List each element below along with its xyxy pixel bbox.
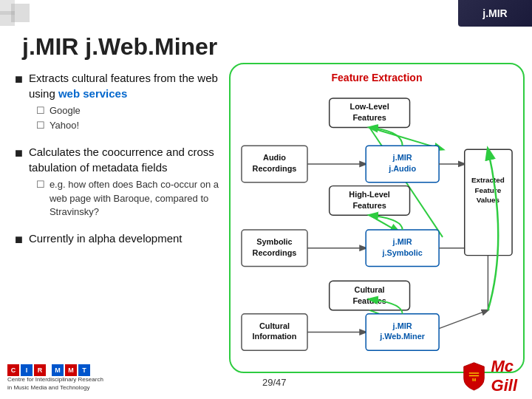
svg-text:Recordings: Recordings xyxy=(253,248,297,257)
left-content-area: ■ Extracts cultural features from the we… xyxy=(15,70,229,258)
highlight-web-services: web services xyxy=(58,87,127,100)
bullet-text-1: Extracts cultural features from the web … xyxy=(29,70,229,134)
cirmmt-letters: C I R M M T xyxy=(7,364,90,376)
mcgill-logo: M McGill xyxy=(461,357,517,395)
decorative-squares xyxy=(0,0,44,30)
sub-bullet-google: ☐ Google xyxy=(36,104,229,117)
cirmmt-text-line2: in Music Media and Technology xyxy=(7,384,89,392)
sub-bullet-eg: ☐ e.g. how often does Bach co-occur on a… xyxy=(36,178,229,219)
sub-bullet-text-eg: e.g. how often does Bach co-occur on a w… xyxy=(50,178,229,219)
bullet-item-1: ■ Extracts cultural features from the we… xyxy=(15,70,229,134)
mcgill-shield-icon: M xyxy=(461,361,487,391)
page-number: 29/47 xyxy=(262,377,287,388)
mcgill-text: McGill xyxy=(491,357,517,395)
svg-text:j.MIR: j.MIR xyxy=(392,153,412,162)
svg-text:Features: Features xyxy=(352,113,386,122)
cirmmt-text-line1: Centre for Interdisciplinary Research xyxy=(7,376,103,383)
sub-bullet-marker-2: ☐ xyxy=(36,119,45,132)
cirmmt-letter-i: I xyxy=(21,364,33,376)
svg-text:j.Web.Miner: j.Web.Miner xyxy=(379,332,426,341)
page-title: j.MIR j.Web.Miner xyxy=(22,33,217,61)
diagram-svg: Low-Level Features Audio Recordings j.MI… xyxy=(238,89,516,370)
footer: C I R M M T Centre for Interdisciplinary… xyxy=(7,364,103,392)
svg-text:Feature: Feature xyxy=(475,186,502,194)
svg-text:Cultural: Cultural xyxy=(355,285,385,294)
header-logo-bar: j.MIR xyxy=(458,0,532,27)
svg-text:Recordings: Recordings xyxy=(253,164,297,173)
cirmmt-letter-m1: M xyxy=(52,364,64,376)
sub-bullets-2: ☐ e.g. how often does Bach co-occur on a… xyxy=(36,178,229,219)
bullet-item-3: ■ Currently in alpha development xyxy=(15,231,229,248)
cirmmt-spacer xyxy=(47,364,50,376)
diagram-inner: Low-Level Features Audio Recordings j.MI… xyxy=(238,89,516,370)
svg-text:Information: Information xyxy=(253,332,297,341)
svg-text:Extracted: Extracted xyxy=(471,176,505,184)
bullet-dot-2: ■ xyxy=(15,146,23,161)
svg-text:M: M xyxy=(471,377,475,382)
bullet-dot-1: ■ xyxy=(15,72,23,87)
svg-line-31 xyxy=(439,310,488,329)
cirmmt-letter-t: T xyxy=(78,364,90,376)
cirmmt-letter-r: R xyxy=(34,364,46,376)
cirmmt-letter-m2: M xyxy=(65,364,77,376)
svg-text:Symbolic: Symbolic xyxy=(256,237,292,246)
svg-text:Low-Level: Low-Level xyxy=(350,102,389,111)
sub-bullet-yahoo: ☐ Yahoo! xyxy=(36,119,229,132)
svg-text:j.Symbolic: j.Symbolic xyxy=(381,248,422,257)
sub-bullet-marker-1: ☐ xyxy=(36,104,45,117)
sub-bullet-text-yahoo: Yahoo! xyxy=(50,119,79,132)
sub-bullet-marker-3: ☐ xyxy=(36,178,45,191)
svg-text:Features: Features xyxy=(352,201,386,210)
bullet-text-2: Calculates the coocurrence and cross tab… xyxy=(29,144,229,220)
cirmmt-logo: C I R M M T Centre for Interdisciplinary… xyxy=(7,364,103,392)
jmir-logo: j.MIR xyxy=(482,7,507,19)
svg-text:Audio: Audio xyxy=(263,153,286,162)
svg-text:High-Level: High-Level xyxy=(349,190,390,199)
diagram-title: Feature Extraction xyxy=(238,72,516,83)
sub-bullet-text-google: Google xyxy=(50,104,81,117)
bullet-dot-3: ■ xyxy=(15,232,23,248)
diagram-container: Feature Extraction Low-Level Features Au… xyxy=(229,63,525,373)
bullet-item-2: ■ Calculates the coocurrence and cross t… xyxy=(15,144,229,220)
cirmmt-letter-c: C xyxy=(7,364,19,376)
sub-bullets-1: ☐ Google ☐ Yahoo! xyxy=(36,104,229,132)
svg-text:j.MIR: j.MIR xyxy=(392,237,412,246)
svg-text:j.MIR: j.MIR xyxy=(392,321,412,330)
svg-text:Cultural: Cultural xyxy=(259,321,290,330)
svg-text:j.Audio: j.Audio xyxy=(388,164,416,173)
bullet-text-3: Currently in alpha development xyxy=(29,231,183,246)
